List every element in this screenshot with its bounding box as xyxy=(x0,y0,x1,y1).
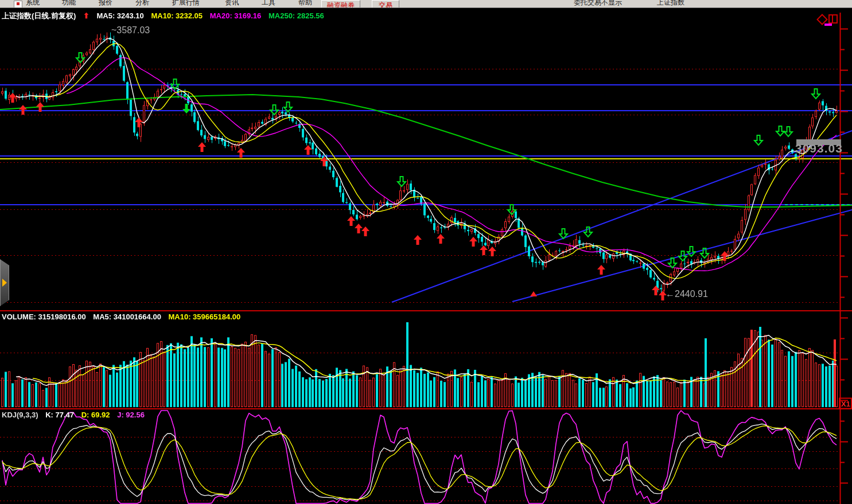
split-window-icon[interactable] xyxy=(828,14,838,24)
toolbar-hint-text: 委托交易不显示 xyxy=(574,0,622,7)
menu-system[interactable]: 系统 xyxy=(26,0,40,7)
main-chart-header: 上证指数(日线.前复权) ⬆ MA5: 3243.10 MA10: 3232.0… xyxy=(2,11,329,21)
margin-trading-button[interactable]: 融资融券 xyxy=(321,0,360,8)
trade-button[interactable]: 交易 xyxy=(372,0,399,8)
expand-arrow-icon xyxy=(2,279,7,287)
menu-help[interactable]: 帮助 xyxy=(298,0,312,7)
menubar: 系统 功能 报价 分析 扩展行情 资讯 工具 帮助 融资融券 交易 委托交易不显… xyxy=(0,0,852,8)
menu-extended[interactable]: 扩展行情 xyxy=(172,0,200,7)
kdj-header: KDJ(9,3,3) K: 77.47 D: 69.92 J: 92.56 xyxy=(2,411,150,419)
peak-price-annotation: ~3587.03 xyxy=(111,25,150,36)
menu-analysis[interactable]: 分析 xyxy=(135,0,149,7)
ma20-value: MA20: 3169.16 xyxy=(210,11,262,20)
trough-price-annotation: ←2440.91 xyxy=(666,289,708,299)
kdj-d-value: D: 69.92 xyxy=(81,411,110,419)
app-icon xyxy=(14,1,22,8)
kdj-name: KDJ(9,3,3) xyxy=(2,411,38,419)
volume-value: VOLUME: 315198016.00 xyxy=(2,312,86,321)
magenta-marker-icon xyxy=(824,24,832,26)
buy-signal-arrow-icon: ⬆ xyxy=(83,11,90,20)
vol-ma5-value: MA5: 341001664.00 xyxy=(93,312,161,321)
marked-price-label: 3093.03 xyxy=(795,142,843,155)
kdj-j-value: J: 92.56 xyxy=(117,411,145,419)
vol-ma10-value: MA10: 359665184.00 xyxy=(168,312,240,321)
kdj-k-value: K: 77.47 xyxy=(45,411,74,419)
volume-scale-label: X1 xyxy=(841,400,850,408)
trading-terminal: 系统 功能 报价 分析 扩展行情 资讯 工具 帮助 融资融券 交易 委托交易不显… xyxy=(0,0,852,504)
expand-sidebar-handle[interactable] xyxy=(0,259,9,306)
volume-header: VOLUME: 315198016.00 MA5: 341001664.00 M… xyxy=(2,312,246,321)
menu-function[interactable]: 功能 xyxy=(62,0,76,7)
toolbar-symbol-text: 上证指数 xyxy=(657,0,684,7)
price-chart-canvas[interactable] xyxy=(0,0,852,504)
menu-news[interactable]: 资讯 xyxy=(225,0,239,7)
menu-tools[interactable]: 工具 xyxy=(262,0,275,7)
menu-quotes[interactable]: 报价 xyxy=(99,0,112,7)
ma10-value: MA10: 3232.05 xyxy=(151,11,203,20)
ma5-value: MA5: 3243.10 xyxy=(96,11,143,20)
chart-title: 上证指数(日线.前复权) xyxy=(2,11,76,20)
ma250-value: MA250: 2825.56 xyxy=(269,11,324,20)
